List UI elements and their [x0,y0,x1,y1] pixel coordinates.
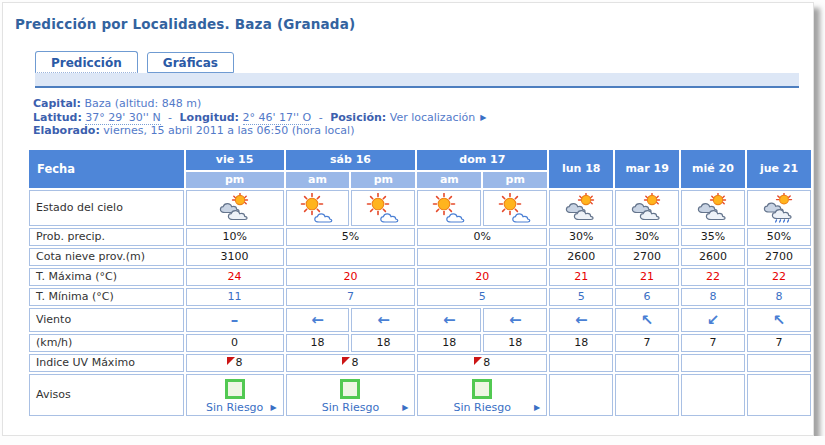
warning-level-icon[interactable] [340,379,360,399]
value-cell: 21 [615,268,679,286]
fecha-header: Fecha [29,150,184,188]
posicion-label: Posición: [330,111,386,124]
value-cell: 20 [286,268,416,286]
value-cell: 20 [417,268,547,286]
uv-cell [549,354,613,372]
elaborado-line: Elaborado: viernes, 15 abril 2011 a las … [33,124,813,138]
uv-value: 8 [351,356,358,369]
uv-value: 8 [236,356,243,369]
value-cell: 7 [615,334,679,352]
ver-localizacion-text: Ver localización [390,111,475,124]
sun-small-cloud-icon [299,193,335,223]
uv-cell: 8 [286,354,416,372]
sun-behind-clouds-icon [629,193,665,223]
uv-cell [681,354,745,372]
arrow-right-icon: ▶ [270,403,276,412]
sin-riesgo-link[interactable]: Sin Riesgo▶ [419,401,545,414]
value-cell: 2700 [747,248,811,266]
value-cell: 18 [549,334,613,352]
page-title: Predicción por Localidades. Baza (Granad… [3,3,813,32]
row-label: Indice UV Máximo [29,354,184,372]
warning-cell: Sin Riesgo▶ [417,374,547,416]
elaborado-label: Elaborado: [33,124,100,137]
value-cell: 5 [549,288,613,306]
tab-graficas[interactable]: Gráficas [147,52,234,73]
ver-localizacion-link[interactable]: Ver localización▶ [390,111,487,124]
forecast-table: Fecha vie 15 sáb 16 dom 17 lun 18 mar 19… [27,148,813,418]
warning-text: Sin Riesgo [322,401,379,414]
row-label: Avisos [29,374,184,416]
value-cell: 7 [747,334,811,352]
wind-direction-icon: ← [549,308,613,332]
period-header: am [286,172,350,188]
day-header-jue21: jue 21 [747,150,811,188]
wind-direction-icon: ← [417,308,481,332]
separator: - [319,111,323,124]
value-cell: 50% [747,228,811,246]
value-cell: 22 [681,268,745,286]
warning-level-icon[interactable] [472,379,492,399]
longitud-label: Longitud: [180,111,239,124]
tab-bar: Predicción Gráficas [35,51,813,73]
day-header-vie15: vie 15 [186,150,284,170]
sun-behind-clouds-rain-icon [761,193,797,223]
temp-min-row: T. Mínima (°C) 11 7 5 5 6 8 8 [29,288,811,306]
wind-direction-icon: – [186,308,284,332]
value-cell: 18 [286,334,350,352]
day-header-mie20: mié 20 [681,150,745,188]
value-cell: 8 [747,288,811,306]
longitud-value: 2° 46' 17'' O [243,111,312,125]
period-header: pm [483,172,547,188]
snow-level-row: Cota nieve prov.(m) 3100 2600 2700 2600 … [29,248,811,266]
value-cell: 3100 [186,248,284,266]
sky-cell [351,190,415,226]
warning-level-icon[interactable] [225,379,245,399]
wind-direction-icon: ← [286,308,350,332]
uv-flag-icon [474,357,482,365]
capital-label: Capital: [33,97,81,110]
value-cell: 2600 [681,248,745,266]
coords-line: Latitud: 37° 29' 30'' N - Longitud: 2° 4… [33,111,813,125]
row-label: Prob. precip. [29,228,184,246]
period-header: pm [351,172,415,188]
day-header-mar19: mar 19 [615,150,679,188]
day-header-lun18: lun 18 [549,150,613,188]
period-header: am [417,172,481,188]
wind-row: Viento – ← ← ← ← ← ↖ ↙ ↖ [29,308,811,332]
value-cell: 11 [186,288,284,306]
separator: - [168,111,172,124]
value-cell: 24 [186,268,284,286]
arrow-right-icon: ▶ [480,113,486,122]
sun-behind-clouds-icon [563,193,599,223]
value-cell: 18 [417,334,481,352]
tab-underline-band [35,73,799,88]
day-header-dom17: dom 17 [417,150,547,170]
tab-prediccion[interactable]: Predicción [35,51,138,73]
sky-cell [681,190,745,226]
sky-cell [747,190,811,226]
wind-direction-icon: ← [483,308,547,332]
value-cell: 5% [286,228,416,246]
warning-cell [549,374,613,416]
sky-cell [615,190,679,226]
sun-small-cloud-icon [431,193,467,223]
value-cell: 21 [549,268,613,286]
sun-behind-clouds-icon [217,193,253,223]
value-cell: 2600 [549,248,613,266]
value-cell: 30% [615,228,679,246]
row-label: T. Mínima (°C) [29,288,184,306]
sin-riesgo-link[interactable]: Sin Riesgo▶ [188,401,282,414]
latitud-label: Latitud: [33,111,82,124]
sin-riesgo-link[interactable]: Sin Riesgo▶ [288,401,414,414]
capital-value: Baza (altitud: 848 m) [85,97,202,110]
warning-text: Sin Riesgo [206,401,263,414]
value-cell: 5 [417,288,547,306]
sky-state-row: Estado del cielo [29,190,811,226]
wind-speed-row: (km/h) 0 18 18 18 18 18 7 7 7 [29,334,811,352]
value-cell: 7 [681,334,745,352]
row-label: Cota nieve prov.(m) [29,248,184,266]
uv-cell: 8 [417,354,547,372]
value-cell: 8 [681,288,745,306]
value-cell: 10% [186,228,284,246]
value-cell: 22 [747,268,811,286]
